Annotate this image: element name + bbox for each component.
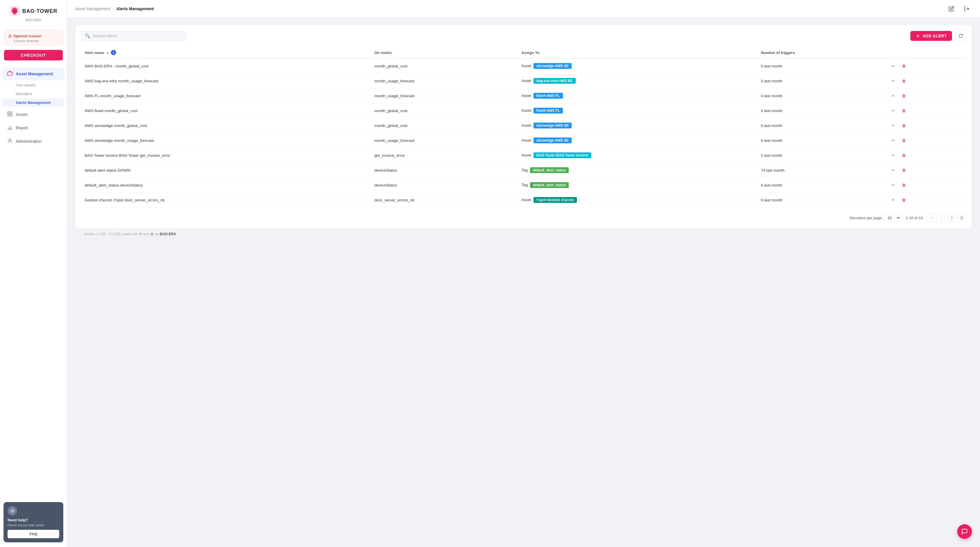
checkout-button[interactable]: CHECKOUT [4,50,63,61]
cell-alert-name: BAG·Tower invoice BAG·Tower get_invoice_… [81,148,371,163]
sidebar: BAG·TOWER BAG-ERA ⚠ Opened issues! 6 iss… [0,0,67,547]
search-input[interactable] [93,33,182,38]
chat-fab-button[interactable] [957,524,972,539]
svg-rect-6 [11,112,12,113]
sidebar-item-report[interactable]: Report [2,121,64,134]
cell-assign-to: Asset flowit-AWS FL [518,103,757,118]
cell-triggers: 0 last month [757,133,886,148]
top-bar: Asset Management / Alerts Management [67,0,980,18]
cell-actions: ✏ 🗑 [886,73,966,88]
cell-triggers: 6 last month [757,178,886,193]
faq-button[interactable]: FAQ [8,530,59,538]
logout-button[interactable] [961,3,972,14]
delete-alert-button[interactable]: 🗑 [900,62,908,70]
cell-alert-name: AWS stoneedge month_global_cost [81,118,371,133]
cell-assign-to: Asset bag-era-infra-AWS BE [518,73,757,88]
edit-alert-button[interactable]: ✏ [889,136,897,145]
table-row: AWS flowit month_global_cost month_globa… [81,103,966,118]
assign-badge: stoneedge-AWS SE [533,137,572,144]
cell-actions: ✏ 🗑 [886,58,966,73]
cell-actions: ✏ 🗑 [886,88,966,103]
cell-alert-name: Gestion d'accès Yspot door_server_errors… [81,193,371,207]
sidebar-sub-item-your-assets[interactable]: Your assets [2,81,64,89]
cell-alert-name: AWS stoneedge month_usage_forecast [81,133,371,148]
delete-alert-button[interactable]: 🗑 [900,121,908,129]
sidebar-item-asset-management[interactable]: Asset Management [2,67,64,80]
edit-alert-button[interactable]: ✏ [889,77,897,85]
first-page-button[interactable]: ⟨⟨ [928,214,936,222]
cell-actions: ✏ 🗑 [886,118,966,133]
content-area: 🔍 ADD ALERT [67,18,980,547]
cell-assign-to: Tag default_alert_status [518,178,757,193]
delete-alert-button[interactable]: 🗑 [900,136,908,145]
delete-alert-button[interactable]: 🗑 [900,196,908,204]
table-row: BAG·Tower invoice BAG·Tower get_invoice_… [81,148,966,163]
sidebar-sub-item-alerts-management[interactable]: Alerts Management [2,98,64,107]
edit-alert-button[interactable]: ✏ [889,196,897,204]
cell-on-metric: get_invoice_error [371,148,518,163]
per-page-select: Decoders per page 10 25 50 100 [850,214,901,222]
per-page-dropdown[interactable]: 10 25 50 100 [883,214,901,222]
add-alert-button[interactable]: ADD ALERT [910,31,952,41]
toolbar-right: ADD ALERT [910,31,966,41]
edit-alert-button[interactable]: ✏ [889,151,897,159]
sidebar-nav: Asset Management Your assets Decoders Al… [0,64,67,499]
edit-profile-button[interactable] [946,3,957,14]
delete-alert-button[interactable]: 🗑 [900,181,908,189]
version-text: Version 1.3.66 - © 2023, made with ❤ and… [83,232,176,236]
cell-triggers: 0 last month [757,193,886,207]
assign-badge: BAG·Tower-BAG·Tower invoice [533,152,591,158]
chart-icon [7,124,13,131]
edit-alert-button[interactable]: ✏ [889,121,897,129]
help-description: Check out our help center [8,523,59,527]
cell-assign-to: Asset flowit-AWS FL [518,88,757,103]
pagination-bar: Decoders per page 10 25 50 100 1-10 of 1… [81,214,966,222]
cell-actions: ✏ 🗑 [886,178,966,193]
cell-alert-name: AWS FL-month_usage_forecast [81,88,371,103]
cell-assign-to: Asset stoneedge-AWS SE [518,58,757,73]
cell-triggers: 74 last month [757,163,886,178]
nav-section-asset-management: Asset Management Your assets Decoders Al… [0,67,67,107]
sidebar-item-issues-label: Issues [16,112,27,117]
cell-actions: ✏ 🗑 [886,148,966,163]
th-assign-to: Assign To [518,47,757,58]
delete-alert-button[interactable]: 🗑 [900,77,908,85]
sidebar-item-issues[interactable]: Issues [2,108,64,121]
cell-triggers: 0 last month [757,73,886,88]
table-row: AWS BAG-ERA - month_global_cost month_gl… [81,58,966,73]
assign-badge: stoneedge-AWS SE [533,123,572,128]
delete-alert-button[interactable]: 🗑 [900,92,908,100]
assign-badge: flowit-AWS FL [533,108,563,113]
prev-page-button[interactable]: ⟨ [937,214,946,222]
sidebar-sub-item-decoders[interactable]: Decoders [2,89,64,98]
cell-alert-name: AWS BAG-ERA - month_global_cost [81,58,371,73]
edit-alert-button[interactable]: ✏ [889,62,897,70]
sidebar-item-report-label: Report [16,126,28,130]
cell-on-metric: deviceStatus [371,178,518,193]
edit-alert-button[interactable]: ✏ [889,92,897,100]
delete-alert-button[interactable]: 🗑 [900,166,908,174]
cell-assign-to: Asset BAG·Tower-BAG·Tower invoice [518,148,757,163]
cell-actions: ✏ 🗑 [886,133,966,148]
cell-assign-to: Tag default_alert_status [518,163,757,178]
svg-rect-8 [11,115,12,116]
refresh-button[interactable] [956,31,966,41]
edit-alert-button[interactable]: ✏ [889,166,897,174]
assign-badge: stoneedge-AWS SE [533,63,572,69]
breadcrumb-parent[interactable]: Asset Management [75,6,111,11]
th-actions [886,47,966,58]
alerts-table: Alert name ▲ 1 On metric Assign To Numbe… [81,47,966,207]
edit-alert-button[interactable]: ✏ [889,107,897,115]
last-page-button[interactable]: ⟩⟩ [957,214,966,222]
edit-icon [948,6,955,12]
breadcrumb-current: Alerts Management [116,6,154,11]
issues-subtitle: 6 issues detected [14,39,59,43]
svg-rect-4 [8,72,13,76]
table-row: default_alert_status-deviceStatus device… [81,178,966,193]
edit-alert-button[interactable]: ✏ [889,181,897,189]
delete-alert-button[interactable]: 🗑 [900,151,908,159]
assign-badge: default_alert_status [530,167,569,173]
delete-alert-button[interactable]: 🗑 [900,107,908,115]
sidebar-item-administration[interactable]: Administration [2,135,64,148]
next-page-button[interactable]: ⟩ [947,214,956,222]
